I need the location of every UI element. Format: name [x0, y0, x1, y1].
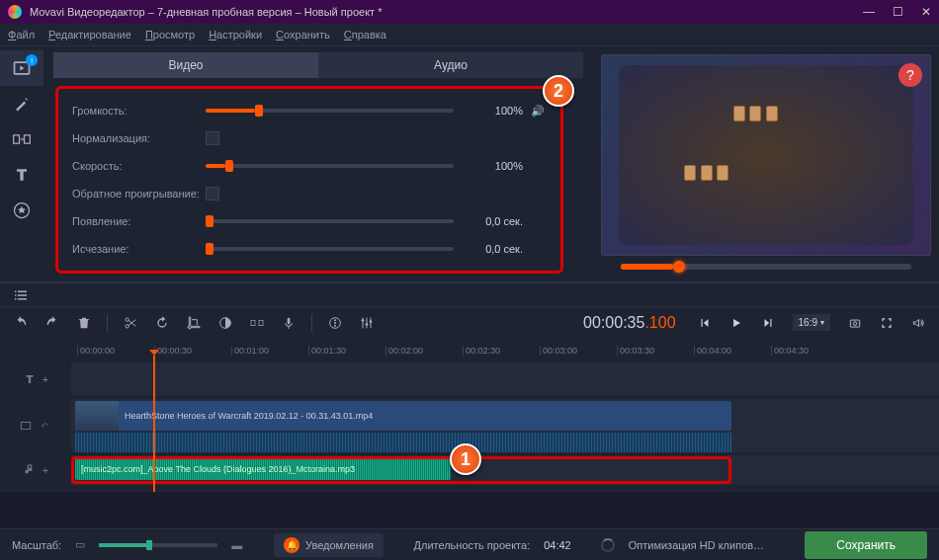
fullscreen-button[interactable] — [876, 312, 897, 334]
redo-button[interactable] — [40, 311, 65, 335]
zoom-slider[interactable] — [99, 543, 217, 547]
fadein-slider[interactable] — [206, 219, 454, 223]
cut-button[interactable] — [118, 311, 143, 335]
help-button[interactable]: ? — [898, 63, 922, 87]
sidebar-filters[interactable] — [0, 86, 43, 121]
speed-slider[interactable] — [206, 164, 454, 168]
close-button[interactable]: ✕ — [921, 5, 931, 19]
fadeout-label: Исчезание: — [72, 243, 206, 255]
ruler-tick: 00:02:30 — [463, 346, 500, 356]
menu-edit[interactable]: Редактирование — [48, 29, 131, 40]
timeline-ruler[interactable]: 00:00:00 00:00:30 00:01:00 00:01:30 00:0… — [0, 338, 939, 356]
prev-frame-button[interactable] — [694, 312, 716, 334]
menubar: Файл Редактирование Просмотр Настройки С… — [0, 24, 939, 45]
ruler-tick: 00:04:30 — [771, 346, 809, 356]
ruler-tick: 00:02:00 — [385, 346, 423, 356]
add-icon[interactable]: + — [43, 373, 48, 385]
record-button[interactable] — [276, 311, 301, 335]
highlight-2: Громкость: 100% 🔊 Нормализация: Скорость… — [55, 86, 563, 274]
menu-file[interactable]: Файл — [8, 29, 35, 40]
zoom-out-icon[interactable]: ▭ — [75, 538, 85, 551]
sidebar-transitions[interactable] — [0, 121, 43, 157]
minimize-button[interactable]: — — [863, 5, 875, 19]
wand-icon — [12, 94, 32, 114]
volume-button[interactable] — [907, 312, 929, 334]
list-toggle[interactable] — [0, 282, 939, 306]
add-icon[interactable]: + — [43, 464, 48, 476]
normalize-checkbox[interactable] — [206, 131, 219, 145]
menu-help[interactable]: Справка — [344, 29, 386, 40]
volume-label: Громкость: — [72, 105, 206, 117]
volume-value: 100% — [464, 105, 523, 117]
color-button[interactable] — [213, 311, 238, 335]
zoom-label: Масштаб: — [12, 539, 61, 551]
transition-button[interactable] — [244, 311, 270, 335]
sidebar-stickers[interactable] — [0, 193, 43, 228]
tab-audio[interactable]: Аудио — [318, 52, 583, 78]
link-icon[interactable] — [39, 419, 52, 433]
crop-button[interactable] — [181, 311, 207, 335]
list-icon — [12, 286, 30, 304]
notifications-button[interactable]: 🔔 Уведомления — [274, 533, 384, 557]
ruler-tick: 00:01:30 — [308, 346, 346, 356]
svg-point-13 — [334, 324, 336, 326]
text-track-icon — [23, 372, 37, 386]
video-clip-label: HearthStone Heroes of Warcraft 2019.02.1… — [119, 411, 373, 421]
zoom-in-icon[interactable]: ▬ — [231, 539, 242, 551]
properties-button[interactable] — [322, 311, 348, 335]
timeline: + HearthStone Heroes of Warcraft 2019.02… — [0, 356, 939, 492]
clip-thumbnail — [75, 401, 119, 431]
next-frame-button[interactable] — [757, 312, 779, 334]
svg-point-16 — [370, 320, 373, 323]
ruler-tick: 00:00:00 — [77, 346, 115, 356]
audio-track-icon — [23, 463, 37, 477]
svg-point-15 — [366, 323, 369, 326]
menu-settings[interactable]: Настройки — [209, 29, 262, 40]
snapshot-button[interactable] — [844, 312, 866, 334]
svg-rect-9 — [288, 317, 291, 324]
adjust-button[interactable] — [354, 311, 380, 335]
preview-seekbar[interactable] — [621, 264, 911, 270]
optimize-label: Оптимизация HD клипов… — [629, 539, 764, 551]
reverse-checkbox[interactable] — [206, 187, 219, 200]
preview-video[interactable]: ? — [601, 54, 931, 256]
ruler-tick: 00:00:30 — [154, 346, 192, 356]
transition-icon — [12, 129, 32, 149]
svg-rect-8 — [259, 320, 263, 325]
bell-icon: 🔔 — [284, 537, 299, 553]
titlebar: Movavi Видеоредактор – 7-дневная пробная… — [0, 0, 939, 24]
video-track-body[interactable]: HearthStone Heroes of Warcraft 2019.02.1… — [71, 399, 939, 452]
text-icon — [12, 165, 32, 185]
playhead[interactable] — [153, 356, 155, 492]
tab-video[interactable]: Видео — [53, 52, 318, 78]
play-button[interactable] — [726, 312, 747, 334]
sidebar-titles[interactable] — [0, 157, 43, 193]
duration-value: 04:42 — [544, 539, 571, 551]
speaker-icon[interactable]: 🔊 — [531, 105, 547, 118]
volume-slider[interactable] — [206, 109, 454, 113]
svg-rect-2 — [25, 135, 31, 143]
timeline-toolbar: 00:00:35.100 16:9▾ — [0, 306, 939, 338]
ruler-tick: 00:03:00 — [540, 346, 577, 356]
timecode: 00:00:35.100 — [583, 313, 675, 332]
fadeout-slider[interactable] — [206, 247, 454, 251]
statusbar: Масштаб: ▭ ▬ 🔔 Уведомления Длительность … — [0, 528, 939, 560]
menu-save[interactable]: Сохранить — [276, 29, 330, 40]
window-title: Movavi Видеоредактор – 7-дневная пробная… — [30, 6, 863, 18]
maximize-button[interactable]: ☐ — [893, 5, 903, 19]
save-button[interactable]: Сохранить — [805, 531, 927, 559]
rotate-button[interactable] — [149, 311, 175, 335]
title-track-body[interactable] — [71, 362, 939, 396]
video-clip[interactable]: HearthStone Heroes of Warcraft 2019.02.1… — [75, 401, 731, 431]
star-icon — [12, 200, 32, 220]
fadein-value: 0,0 сек. — [464, 215, 523, 227]
speed-label: Скорость: — [72, 160, 206, 172]
highlight-1 — [71, 456, 731, 484]
app-logo-icon — [8, 5, 22, 19]
ruler-tick: 00:01:00 — [231, 346, 269, 356]
sidebar-media[interactable]: ! — [0, 50, 43, 86]
menu-view[interactable]: Просмотр — [145, 29, 195, 40]
aspect-ratio[interactable]: 16:9▾ — [793, 314, 830, 331]
delete-button[interactable] — [71, 311, 97, 335]
undo-button[interactable] — [8, 311, 34, 335]
